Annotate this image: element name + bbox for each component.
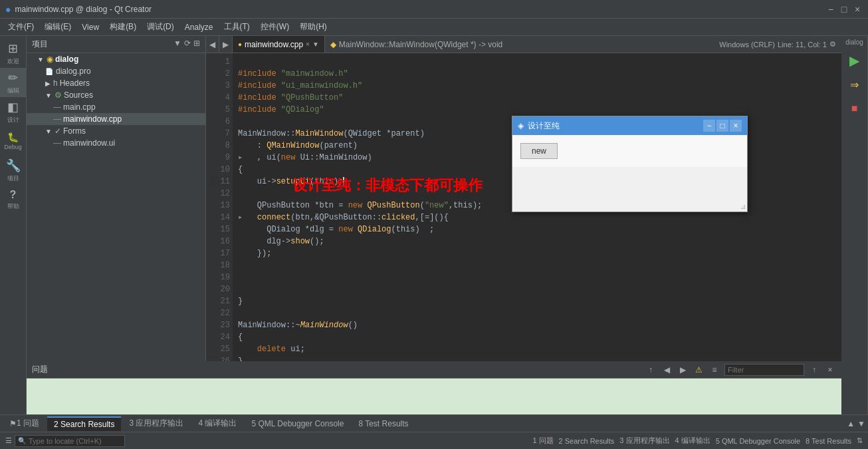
float-dialog-titlebar[interactable]: ◈ 设计至纯 − □ × bbox=[512, 116, 747, 135]
menu-analyze[interactable]: Analyze bbox=[179, 21, 219, 33]
minimize-button[interactable]: − bbox=[825, 4, 836, 15]
sidebar-debug[interactable]: 🐛 Debug bbox=[0, 126, 27, 156]
tab-settings-icon[interactable]: ⚙ bbox=[829, 40, 836, 49]
sidebar-welcome[interactable]: ⊞ 欢迎 bbox=[0, 39, 27, 68]
menu-tools[interactable]: 工具(T) bbox=[219, 20, 255, 34]
tab-prev-button[interactable]: ◀ bbox=[206, 36, 219, 53]
tab-file-icon: ● bbox=[238, 41, 242, 48]
debug-label: Debug bbox=[4, 144, 22, 150]
float-dialog-resize-handle[interactable]: ⊿ bbox=[740, 203, 746, 210]
tree-sync-icon[interactable]: ⟳ bbox=[184, 39, 191, 48]
bottom-tab-qml[interactable]: 5 QML Debugger Console bbox=[245, 416, 350, 431]
float-dialog-title-text: 设计至纯 bbox=[528, 120, 560, 132]
scroll-down-icon[interactable]: ▼ bbox=[857, 419, 865, 428]
locate-input[interactable] bbox=[29, 437, 122, 445]
status-bar-right: 1 问题 2 Search Results 3 应用程序输出 4 编译输出 5 … bbox=[532, 436, 863, 446]
app-icon: ● bbox=[5, 4, 11, 15]
bottom-panel-right: ▲ ▼ bbox=[847, 419, 865, 428]
float-dialog-controls[interactable]: − □ × bbox=[703, 120, 742, 132]
tree-filter-icon[interactable]: ▼ bbox=[173, 39, 181, 48]
breadcrumb-bar: ◆ MainWindow::MainWindow(QWidget *) -> v… bbox=[325, 40, 719, 49]
help-label: 帮助 bbox=[7, 202, 19, 211]
issues-maximize-button[interactable]: ↑ bbox=[808, 364, 820, 376]
breadcrumb-text: MainWindow::MainWindow(QWidget *) -> voi… bbox=[339, 40, 502, 49]
issues-close-button[interactable]: × bbox=[824, 364, 836, 376]
issues-label: 问题 bbox=[32, 364, 48, 375]
issues-prev-button[interactable]: ◀ bbox=[661, 364, 673, 376]
tab-right-info: Windows (CRLF) Line: 11, Col: 1 ⚙ bbox=[719, 40, 841, 49]
tab-close-button[interactable]: × bbox=[306, 41, 310, 48]
tree-item-forms-folder[interactable]: ▼ ✓ Forms bbox=[27, 125, 205, 137]
editor-with-tree: 项目 ▼ ⟳ ⊞ ▼ ◉ dialog 📄 dialog.pro bbox=[27, 36, 841, 361]
sidebar-design[interactable]: ◧ 设计 bbox=[0, 97, 27, 126]
step-button[interactable]: ⇒ bbox=[841, 73, 868, 96]
sidebar-edit[interactable]: ✏ 编辑 bbox=[0, 68, 27, 97]
menu-debug[interactable]: 调试(D) bbox=[142, 20, 179, 34]
up-down-icon[interactable]: ⇅ bbox=[857, 436, 863, 445]
file-name: main.cpp bbox=[63, 102, 96, 112]
main-area: ⊞ 欢迎 ✏ 编辑 ◧ 设计 🐛 Debug 🔧 项目 ? 帮助 bbox=[0, 36, 868, 414]
folder-collapse-icon: ▶ bbox=[45, 80, 51, 87]
tree-item-mainwindow-cpp[interactable]: — mainwindow.cpp bbox=[27, 113, 205, 125]
tree-item-sources-folder[interactable]: ▼ ⚙ Sources bbox=[27, 89, 205, 101]
file-name: mainwindow.ui bbox=[63, 138, 115, 148]
tree-item-dialog-pro[interactable]: 📄 dialog.pro bbox=[27, 65, 205, 77]
bottom-tab-compile[interactable]: 4 编译输出 bbox=[191, 416, 243, 431]
menu-file[interactable]: 文件(F) bbox=[3, 20, 39, 34]
issues-upload-button[interactable]: ↑ bbox=[645, 364, 657, 376]
float-minimize-button[interactable]: − bbox=[703, 120, 715, 132]
folder-name: Sources bbox=[64, 90, 93, 100]
sidebar-project[interactable]: 🔧 项目 bbox=[0, 156, 27, 185]
project-label: 项目 bbox=[32, 39, 48, 49]
status-search-bar[interactable]: 🔍 bbox=[15, 435, 125, 447]
menu-help[interactable]: 帮助(H) bbox=[294, 20, 332, 34]
header-folder-icon: h bbox=[53, 78, 58, 88]
status-icon: ☰ bbox=[5, 436, 12, 445]
welcome-label: 欢迎 bbox=[7, 57, 19, 66]
stop-button[interactable]: ■ bbox=[841, 96, 868, 120]
folder-expand-icon: ▼ bbox=[37, 56, 44, 63]
compile-label: 4 编译输出 bbox=[675, 436, 710, 446]
float-dialog-body: new bbox=[512, 135, 747, 167]
qml-console-label: 5 QML Debugger Console bbox=[716, 437, 800, 445]
float-dialog[interactable]: ◈ 设计至纯 − □ × new ⊿ bbox=[512, 116, 748, 212]
tab-label: mainwindow.cpp bbox=[245, 40, 303, 49]
close-button[interactable]: × bbox=[852, 4, 863, 15]
status-bar: ☰ 🔍 1 问题 2 Search Results 3 应用程序输出 4 编译输… bbox=[0, 432, 868, 449]
scroll-up-icon[interactable]: ▲ bbox=[847, 419, 855, 428]
tree-item-main-cpp[interactable]: — main.cpp bbox=[27, 101, 205, 113]
float-close-button[interactable]: × bbox=[730, 120, 742, 132]
bottom-tab-issues[interactable]: ⚑ 1 问题 bbox=[3, 416, 46, 431]
file-name: dialog.pro bbox=[56, 67, 91, 76]
tree-item-mainwindow-ui[interactable]: — mainwindow.ui bbox=[27, 137, 205, 149]
edit-label: 编辑 bbox=[7, 86, 19, 95]
bottom-tab-icon: ⚑ bbox=[9, 419, 17, 428]
float-maximize-button[interactable]: □ bbox=[716, 120, 728, 132]
project-icon: 🔧 bbox=[6, 158, 21, 173]
bottom-tab-test[interactable]: 8 Test Results bbox=[352, 416, 415, 431]
window-controls[interactable]: − □ × bbox=[825, 4, 863, 15]
menu-view[interactable]: View bbox=[76, 21, 104, 33]
menu-build[interactable]: 构建(B) bbox=[104, 20, 142, 34]
editor-area[interactable]: ◀ ▶ ● mainwindow.cpp × ▼ ◆ MainWindow::M… bbox=[206, 36, 841, 361]
tab-next-button[interactable]: ▶ bbox=[219, 36, 233, 53]
tree-item-dialog-folder[interactable]: ▼ ◉ dialog bbox=[27, 53, 205, 65]
float-dialog-new-button[interactable]: new bbox=[520, 143, 558, 159]
issues-filter-button[interactable]: ≡ bbox=[708, 364, 720, 376]
tab-bar: ◀ ▶ ● mainwindow.cpp × ▼ ◆ MainWindow::M… bbox=[206, 36, 841, 53]
menu-widgets[interactable]: 控件(W) bbox=[255, 20, 294, 34]
menu-edit[interactable]: 编辑(E) bbox=[39, 20, 76, 34]
issues-warning-button[interactable]: ⚠ bbox=[693, 364, 705, 376]
run-button[interactable]: ▶ bbox=[841, 49, 868, 73]
tree-expand-icon[interactable]: ⊞ bbox=[193, 39, 200, 48]
maximize-button[interactable]: □ bbox=[839, 4, 849, 15]
tree-item-headers-folder[interactable]: ▶ h Headers bbox=[27, 77, 205, 89]
tab-mainwindow-cpp[interactable]: ● mainwindow.cpp × ▼ bbox=[233, 36, 325, 53]
sidebar-help[interactable]: ? 帮助 bbox=[0, 185, 27, 214]
folder-expand-icon: ▼ bbox=[45, 128, 52, 135]
issues-next-button[interactable]: ▶ bbox=[677, 364, 689, 376]
bottom-tab-app-output[interactable]: 3 应用程序输出 bbox=[122, 416, 190, 431]
bottom-tab-search[interactable]: 2 Search Results bbox=[47, 416, 121, 431]
issues-filter-input[interactable] bbox=[724, 364, 804, 376]
test-label: 8 Test Results bbox=[806, 437, 851, 445]
